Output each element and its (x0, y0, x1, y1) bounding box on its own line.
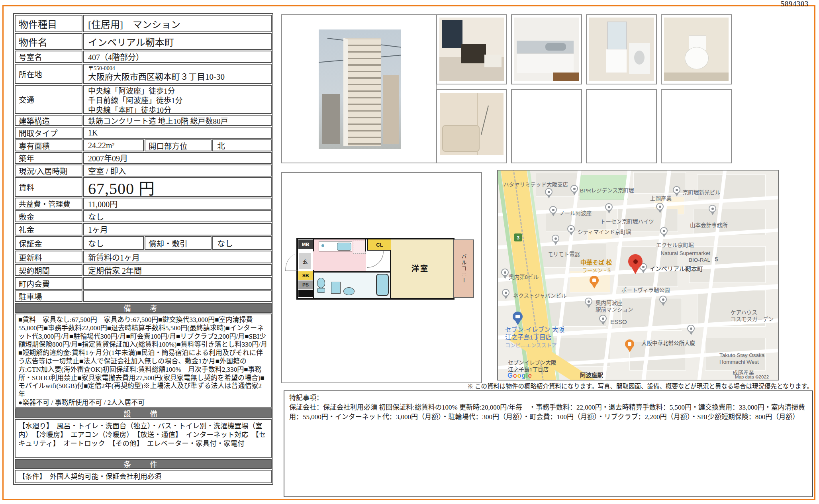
room-desk (461, 44, 486, 63)
floorplan-ps-label: PS (298, 280, 313, 289)
row-value: 1K (83, 127, 272, 139)
map-label: 5 (715, 256, 718, 263)
photo-empty-box (511, 89, 582, 163)
kitchen-cabinet (517, 53, 574, 73)
special-notes-body: 保証会社：保証会社利用必須 初回保証料:総賃料の100% 更新時:20,000円… (289, 403, 807, 422)
map-label: ハタヤリミテッド大阪支店 (504, 181, 568, 188)
toilet-bowl (685, 47, 709, 69)
table-row: 敷金なし (15, 210, 272, 222)
toilet-tank-fixture (317, 288, 325, 293)
map-label: シティマインド京町堀 (578, 229, 631, 235)
kitchen-sink (545, 43, 566, 51)
photo-bath-box (436, 89, 507, 163)
document-id: 5894303 (781, 0, 809, 8)
bathtub (442, 125, 480, 151)
remarks-paragraph: ■賃料 家具なし:67,500円 家具あり:67,500円■鍵交換代33,000… (18, 316, 268, 399)
map-pin (567, 225, 575, 233)
row-value: [住居用] マンション (83, 15, 272, 32)
table-row: 契約期間定期借家 2年間 (15, 264, 272, 276)
entrance-door-arc (285, 254, 298, 271)
remarks-footer: ●楽器不可 / 事務所使用不可 / 2人入居不可 (18, 399, 268, 407)
row-label: 契約期間 (15, 264, 82, 276)
table-row: 駐車場 (15, 290, 272, 302)
map-label: モリモト電器 (548, 251, 580, 258)
floorplan-mb-label: MB (298, 240, 313, 249)
equipment-header: 設 備 (15, 408, 272, 418)
map-pin (549, 206, 557, 214)
shower-hose (481, 106, 489, 135)
row-label: 町内会費 (15, 277, 82, 290)
conditions-body: 【条件】 外国人契約可能・保証会社利用必須 (15, 470, 272, 483)
row-label: 間取タイプ (15, 127, 82, 139)
rent-value: 67,500 円 (83, 177, 272, 197)
floorplan-room-label: 洋室 (411, 263, 429, 273)
row-value: 新賃料の1ヶ月 (83, 251, 272, 263)
floorplan-sb-label: SB (298, 271, 313, 280)
property-location-pin (628, 254, 643, 269)
restaurant-pin (625, 339, 634, 349)
map-label-restaurant-sub: ラーメン・$ (582, 267, 611, 274)
map-label: ネクストジャパンビル (513, 292, 567, 299)
property-sheet: 5894303 物件種目[住居用] マンション 物件名インペリアル靭本町 号室名… (0, 0, 819, 504)
photo-empty-box (661, 89, 732, 163)
map-pin (552, 235, 559, 242)
map-label-property: インペリアル靭本町 (649, 265, 703, 272)
row-value: 2007年09月 (83, 152, 272, 164)
row-value-2: 北 (212, 139, 272, 151)
wall (365, 239, 366, 251)
photo-empty-box (586, 89, 657, 163)
row-value: 1ヶ月 (83, 223, 272, 235)
washbasin-mirror (607, 22, 627, 50)
location-map: 3 ハタヤリミテッド大阪支店 BPRレジデンス京町堀 上岡産業 京町堀新光ビル … (497, 170, 779, 380)
map-label: 大阪中華北幇公所大廈 (641, 340, 695, 347)
row-value: 鉄筋コンクリート造 地上10階 総戸数80戸 (83, 115, 272, 126)
section-title: 備 考 (15, 303, 272, 313)
section-title: 設 備 (15, 408, 272, 418)
basin-fixture (343, 287, 355, 295)
row-value: 空室 / 即入 (83, 165, 272, 176)
room-bed (484, 55, 501, 67)
row-value: 中央線「阿波座」徒歩1分 千日前線「阿波座」徒歩1分 中央線「本町」徒歩10分 (83, 85, 272, 114)
conditions-text: 【条件】 外国人契約可能・保証会社利用必須 (15, 470, 272, 483)
transit-line: 千日前線「阿波座」徒歩1分 (88, 96, 271, 106)
refrigerator-space (353, 241, 366, 254)
map-label: ポートヴィラ靭公園 (621, 287, 670, 294)
map-pin (501, 269, 509, 276)
map-label: 奥内阿波座 駅前マンション (596, 300, 633, 313)
kitchen-sink (337, 243, 351, 251)
floorplan: MB 玄 SB PS CL (296, 238, 476, 300)
map-label: ケアハウス コスモスガーデン (731, 309, 774, 323)
washer-pan-fixture (331, 282, 341, 294)
remarks-body: ■賃料 家具なし:67,500円 家具あり:67,500円■鍵交換代33,000… (15, 314, 272, 408)
row-label: 建築構造 (15, 115, 82, 126)
map-pin (709, 205, 716, 212)
map-label-seven-eleven: セブン-イレブン 大阪 江之子島1丁目店 (505, 326, 564, 341)
row-label-2: 開口部方位 (145, 139, 212, 151)
map-label: ESSO (610, 318, 627, 325)
row-value: 〒550-0004 大阪府大阪市西区靱本町３丁目10-30 (83, 64, 272, 84)
map-label: セブンイレブン大阪 江之子島1丁目店 (508, 359, 556, 373)
transit-line: 中央線「本町」徒歩10分 (88, 106, 271, 114)
map-label: 奥内第8ビル (509, 274, 539, 280)
washbasin-vanity (606, 49, 627, 73)
floorplan-balcony: バルコニー (453, 239, 474, 298)
postal-code: 〒550-0004 (88, 65, 271, 72)
map-pin (656, 203, 664, 210)
toilet-fixture (317, 278, 325, 288)
map-pin (545, 188, 553, 196)
photo-room-box (436, 14, 507, 84)
disclaimer-note: ※ この資料は物件の概略紹介資料になります。写真、間取図面、設備、概要などが現況… (279, 381, 813, 390)
row-label-2: 償却・敷引 (145, 236, 212, 250)
map-pin (570, 185, 578, 192)
floorplan-box: MB 玄 SB PS CL (281, 172, 482, 383)
map-label: ノール阿波座 (559, 210, 592, 217)
row-value: インペリアル靭本町 (83, 33, 272, 50)
address: 大阪府大阪市西区靱本町３丁目10-30 (88, 72, 271, 82)
map-label: BPRレジデンス京町堀 (580, 187, 634, 194)
row-label: 所在地 (15, 64, 82, 84)
row-label: 築年 (15, 152, 82, 164)
transit-line: 中央線「阿波座」徒歩1分 (88, 86, 271, 96)
table-row: 専有面積 24.22m² 開口部方位 北 (15, 139, 272, 151)
neighbor-building (383, 75, 399, 144)
map-label: 上岡産業 (650, 195, 672, 202)
